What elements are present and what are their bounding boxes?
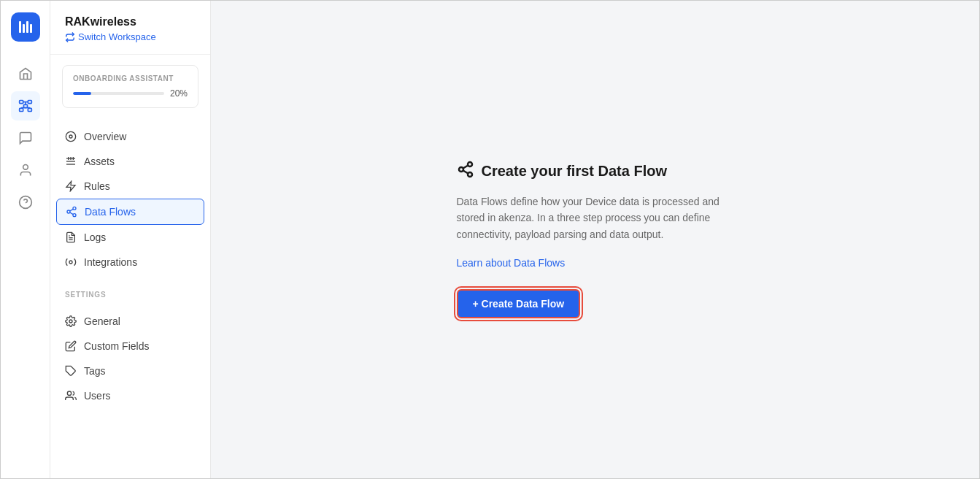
nav-section-settings: General Custom Fields [50, 303, 210, 414]
data-flows-icon [66, 206, 77, 218]
app-window: RAKwireless Switch Workspace ONBOARDING … [0, 0, 980, 479]
nav-label-logs: Logs [84, 231, 106, 243]
rail-icon-user[interactable] [11, 156, 40, 185]
tags-icon [65, 365, 77, 377]
switch-workspace-link[interactable]: Switch Workspace [65, 31, 196, 42]
svg-rect-7 [19, 108, 23, 111]
svg-rect-2 [26, 21, 28, 33]
progress-row: 20% [73, 88, 188, 99]
svg-rect-3 [30, 24, 32, 33]
nav-item-users[interactable]: Users [50, 383, 210, 408]
progress-percentage: 20% [170, 88, 188, 99]
svg-line-31 [70, 212, 74, 215]
nav-item-integrations[interactable]: Integrations [50, 250, 210, 275]
nav-item-assets[interactable]: Assets [50, 149, 210, 174]
learn-link[interactable]: Learn about Data Flows [457, 257, 566, 269]
empty-state-description: Data Flows define how your Device data i… [457, 193, 734, 242]
rail-icon-help[interactable] [11, 188, 40, 217]
general-icon [65, 315, 77, 327]
nav-item-general[interactable]: General [50, 309, 210, 334]
nav-item-rules[interactable]: Rules [50, 174, 210, 199]
svg-point-20 [69, 135, 72, 138]
create-data-flow-button[interactable]: + Create Data Flow [457, 289, 581, 318]
logs-icon [65, 231, 77, 243]
empty-state-title: Create your first Data Flow [482, 163, 668, 180]
nav-item-overview[interactable]: Overview [50, 124, 210, 149]
svg-point-41 [468, 172, 472, 177]
rail-icon-flows[interactable] [11, 91, 40, 120]
svg-rect-8 [28, 108, 31, 111]
nav-label-assets: Assets [84, 156, 115, 167]
workspace-name: RAKwireless [65, 15, 196, 28]
svg-point-19 [66, 131, 75, 141]
svg-rect-1 [23, 24, 25, 33]
svg-point-28 [73, 207, 76, 210]
custom-fields-icon [65, 340, 77, 352]
data-flow-share-icon [457, 161, 474, 182]
onboarding-card: ONBOARDING ASSISTANT 20% [62, 65, 198, 108]
rules-icon [65, 180, 77, 192]
settings-section-label: SETTINGS [50, 280, 210, 303]
nav-label-rules: Rules [84, 180, 110, 192]
svg-line-42 [463, 170, 468, 173]
app-logo[interactable] [11, 12, 40, 42]
svg-rect-5 [28, 101, 31, 104]
nav-item-data-flows[interactable]: Data Flows [56, 199, 204, 225]
nav-item-tags[interactable]: Tags [50, 359, 210, 383]
svg-point-38 [67, 391, 71, 395]
nav-label-custom-fields: Custom Fields [84, 340, 149, 352]
sidebar: RAKwireless Switch Workspace ONBOARDING … [50, 1, 211, 478]
nav-label-overview: Overview [84, 131, 126, 142]
switch-workspace-label: Switch Workspace [78, 31, 156, 42]
nav-label-users: Users [84, 390, 111, 402]
progress-bar-fill [73, 92, 91, 95]
main-content: Create your first Data Flow Data Flows d… [211, 1, 979, 478]
workspace-header: RAKwireless Switch Workspace [50, 1, 210, 55]
nav-item-custom-fields[interactable]: Custom Fields [50, 334, 210, 359]
integrations-icon [65, 256, 77, 268]
assets-icon [65, 156, 77, 167]
svg-point-30 [73, 214, 76, 217]
nav-section-main: Overview Assets [50, 118, 210, 280]
svg-line-43 [463, 165, 468, 168]
svg-point-39 [468, 162, 472, 166]
nav-item-logs[interactable]: Logs [50, 225, 210, 250]
rail-icon-home[interactable] [11, 59, 40, 88]
svg-point-35 [69, 261, 72, 264]
onboarding-label: ONBOARDING ASSISTANT [73, 74, 188, 83]
svg-rect-4 [19, 101, 23, 104]
icon-rail [1, 1, 50, 478]
svg-line-32 [70, 209, 74, 211]
empty-state: Create your first Data Flow Data Flows d… [457, 161, 734, 318]
rail-icon-messages[interactable] [11, 123, 40, 153]
nav-label-integrations: Integrations [84, 256, 137, 268]
nav-label-general: General [84, 315, 120, 327]
svg-point-16 [23, 165, 28, 170]
users-icon [65, 390, 77, 402]
overview-icon [65, 131, 77, 142]
svg-rect-0 [19, 21, 21, 33]
progress-bar-bg [73, 92, 164, 95]
nav-label-data-flows: Data Flows [85, 206, 136, 218]
svg-point-36 [69, 320, 72, 323]
svg-point-29 [67, 210, 70, 213]
svg-marker-27 [66, 181, 75, 191]
nav-label-tags: Tags [84, 365, 106, 377]
empty-state-title-row: Create your first Data Flow [457, 161, 668, 182]
svg-point-40 [459, 167, 463, 172]
